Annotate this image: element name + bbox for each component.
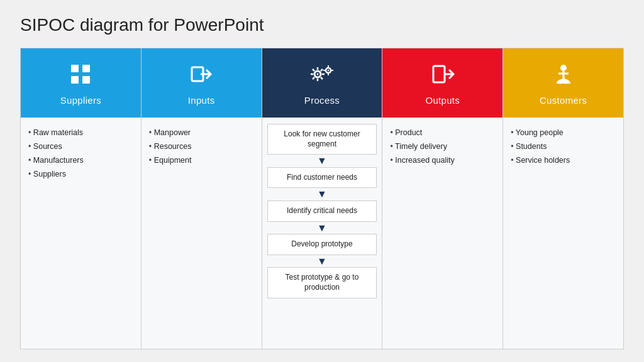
svg-rect-1	[82, 65, 90, 72]
customers-list: Young people Students Service holders	[511, 126, 616, 167]
suppliers-icon	[69, 62, 92, 90]
process-step-5: Test prototype & go to production	[267, 267, 377, 298]
outputs-header: Outputs	[382, 48, 502, 118]
svg-line-14	[321, 69, 323, 71]
list-item: Equipment	[149, 154, 254, 167]
process-arrow-3: ▼	[317, 222, 327, 234]
svg-rect-3	[82, 76, 90, 84]
customers-icon	[552, 62, 575, 90]
page-title: SIPOC diagram for PowerPoint	[20, 15, 624, 35]
list-item: Timely delivery	[390, 140, 495, 153]
list-item: Product	[390, 126, 495, 139]
list-item: Suppliers	[28, 168, 133, 180]
svg-rect-0	[71, 65, 79, 72]
outputs-label: Outputs	[425, 95, 460, 106]
process-header: Process	[262, 48, 382, 118]
inputs-header: Inputs	[142, 48, 262, 118]
suppliers-label: Suppliers	[60, 95, 101, 106]
list-item: Raw materials	[28, 126, 133, 139]
svg-line-13	[321, 77, 323, 79]
inputs-body: Manpower Resources Equipment	[142, 118, 262, 349]
outputs-list: Product Timely delivery Increased qualit…	[390, 126, 495, 167]
suppliers-column: Suppliers Raw materials Sources Manufact…	[21, 48, 142, 349]
sipoc-diagram: Suppliers Raw materials Sources Manufact…	[20, 48, 624, 349]
list-item: Increased quality	[390, 154, 495, 167]
list-item: Students	[511, 140, 616, 153]
process-arrow-4: ▼	[317, 256, 327, 267]
suppliers-list: Raw materials Sources Manufacturers Supp…	[28, 126, 133, 180]
customers-label: Customers	[540, 95, 587, 106]
svg-point-17	[328, 69, 329, 70]
outputs-icon	[431, 62, 455, 90]
svg-line-15	[313, 77, 314, 79]
customers-header: Customers	[503, 48, 623, 118]
process-column: Process Look for new customer segment ▼ …	[262, 48, 383, 349]
process-step-1: Look for new customer segment	[267, 124, 377, 155]
svg-rect-22	[433, 66, 445, 82]
svg-point-7	[316, 73, 318, 75]
list-item: Manufacturers	[28, 154, 133, 167]
outputs-body: Product Timely delivery Increased qualit…	[382, 118, 502, 349]
list-item: Manpower	[149, 126, 254, 139]
process-icon	[308, 62, 336, 90]
svg-rect-2	[71, 76, 79, 84]
list-item: Resources	[149, 140, 254, 153]
inputs-icon	[189, 62, 213, 90]
process-step-4: Develop prototype	[267, 234, 377, 255]
process-arrow-2: ▼	[317, 189, 327, 200]
process-step-3: Identify critical needs	[267, 200, 377, 222]
outputs-column: Outputs Product Timely delivery Increase…	[382, 48, 503, 349]
svg-point-24	[560, 65, 567, 71]
list-item: Service holders	[511, 154, 616, 167]
suppliers-body: Raw materials Sources Manufacturers Supp…	[21, 118, 141, 349]
process-step-2: Find customer needs	[267, 167, 377, 189]
svg-line-12	[313, 69, 314, 71]
process-body: Look for new customer segment ▼ Find cus…	[262, 118, 382, 349]
list-item: Sources	[28, 140, 133, 153]
list-item: Young people	[511, 126, 616, 139]
suppliers-header: Suppliers	[21, 48, 141, 118]
inputs-column: Inputs Manpower Resources Equipment	[142, 48, 262, 349]
customers-body: Young people Students Service holders	[503, 118, 623, 349]
process-label: Process	[304, 95, 340, 106]
inputs-label: Inputs	[188, 95, 215, 106]
process-arrow-1: ▼	[317, 155, 327, 167]
customers-column: Customers Young people Students Service …	[503, 48, 623, 349]
inputs-list: Manpower Resources Equipment	[149, 126, 254, 167]
